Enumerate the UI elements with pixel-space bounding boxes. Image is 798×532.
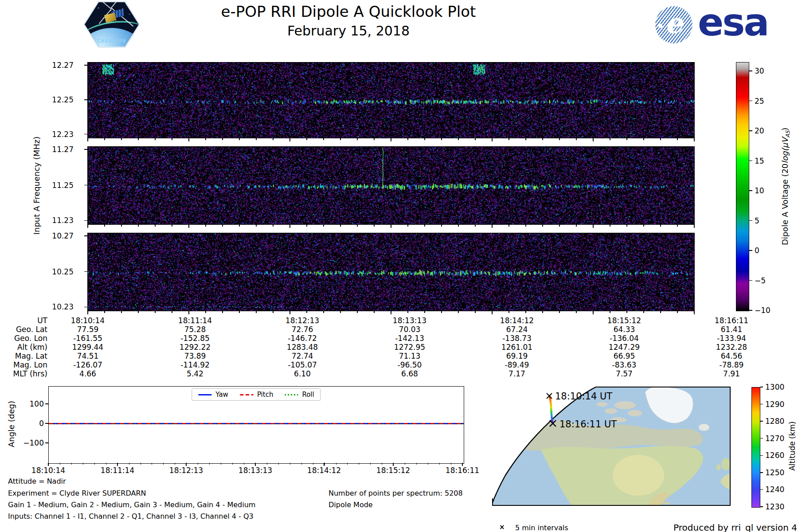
ephemeris-cell: 61.41 bbox=[692, 325, 771, 334]
time-tick bbox=[138, 138, 139, 140]
legend-item-roll: Roll bbox=[285, 391, 314, 399]
time-tick bbox=[306, 225, 307, 227]
ephemeris-row-label: Geo. Lon bbox=[0, 333, 47, 343]
time-tick bbox=[121, 311, 122, 313]
time-tick bbox=[222, 311, 223, 313]
ephemeris-cell: 18:13:13 bbox=[370, 316, 450, 325]
ephemeris-cell: 67.24 bbox=[477, 325, 557, 334]
time-tick bbox=[104, 225, 105, 227]
angle-xtick-label: 18:11:14 bbox=[84, 466, 151, 475]
gains-text: Gain 1 - Medium, Gain 2 - Medium, Gain 3… bbox=[8, 500, 255, 510]
angle-minor-tick bbox=[94, 463, 95, 465]
ephemeris-cell: 18:14:12 bbox=[477, 316, 557, 325]
angle-minor-tick bbox=[325, 463, 325, 465]
angle-minor-tick bbox=[186, 463, 187, 465]
iceland bbox=[699, 424, 709, 431]
legend-line-sample bbox=[240, 394, 253, 395]
time-tick bbox=[525, 225, 526, 227]
freq-tick bbox=[84, 149, 87, 150]
ephemeris-cell: 1261.01 bbox=[477, 342, 557, 352]
time-tick bbox=[458, 138, 459, 140]
angle-minor-tick bbox=[290, 463, 290, 465]
colorbar-tick bbox=[749, 250, 752, 251]
time-tick bbox=[188, 311, 189, 314]
ephemeris-row-label: Mag. Lat bbox=[0, 351, 47, 361]
time-tick bbox=[677, 225, 678, 227]
time-tick bbox=[138, 225, 139, 227]
colorbar-tick bbox=[749, 101, 752, 102]
time-tick bbox=[475, 225, 476, 227]
time-tick bbox=[492, 138, 493, 141]
attitude-text: Attitude = Nadir bbox=[8, 477, 66, 486]
ephemeris-cell: -138.73 bbox=[477, 333, 557, 343]
time-tick bbox=[205, 311, 206, 313]
angle-minor-tick bbox=[359, 463, 359, 465]
time-tick bbox=[643, 225, 644, 227]
angle-minor-tick bbox=[244, 463, 244, 465]
time-tick bbox=[626, 225, 627, 227]
ephemeris-cell: 18:11:14 bbox=[155, 316, 235, 325]
ephemeris-cell: 72.74 bbox=[262, 351, 342, 361]
colorbar-tick bbox=[749, 220, 752, 221]
time-tick bbox=[121, 138, 122, 140]
angle-ytick-label: 100 bbox=[13, 399, 44, 409]
altitude-colorbar-label: Altitude (km) bbox=[788, 386, 797, 506]
time-tick bbox=[306, 138, 307, 140]
time-tick bbox=[155, 311, 156, 313]
altitude-tick-label: 1250 bbox=[765, 468, 784, 477]
angle-minor-tick bbox=[267, 463, 267, 465]
ephemeris-cell: 1292.22 bbox=[155, 342, 235, 352]
time-tick bbox=[492, 225, 493, 228]
time-tick bbox=[205, 225, 206, 227]
altitude-tick bbox=[760, 506, 763, 507]
ephemeris-cell: 6.68 bbox=[370, 369, 450, 379]
ephemeris-cell: 77.59 bbox=[48, 325, 128, 334]
altitude-tick-label: 1230 bbox=[765, 502, 784, 512]
time-tick bbox=[593, 225, 594, 228]
time-tick bbox=[542, 225, 543, 227]
time-tick bbox=[509, 311, 509, 313]
angle-minor-tick bbox=[129, 463, 129, 465]
angle-plot-legend: YawPitchRoll bbox=[192, 388, 321, 401]
time-tick bbox=[407, 311, 408, 313]
altitude-tick bbox=[760, 472, 763, 473]
time-tick bbox=[323, 138, 324, 140]
freq-tick-label: 10.27 bbox=[39, 231, 74, 241]
altitude-tick-label: 1280 bbox=[765, 416, 784, 426]
arctic-island bbox=[614, 401, 636, 409]
time-tick bbox=[188, 138, 189, 141]
arctic-island bbox=[628, 410, 642, 416]
spectrogram-panel-3 bbox=[87, 233, 695, 311]
time-tick bbox=[138, 311, 139, 313]
time-tick bbox=[172, 225, 172, 227]
angle-ytick bbox=[45, 423, 48, 424]
page-title: e-POP RRI Dipole A Quicklook Plot bbox=[82, 3, 614, 20]
colorbar-tick bbox=[749, 310, 752, 311]
freq-tick-label: 11.25 bbox=[39, 180, 74, 190]
time-tick bbox=[576, 311, 577, 313]
ephemeris-cell: 70.03 bbox=[370, 325, 450, 334]
time-tick bbox=[441, 138, 442, 140]
colorbar-tick-label: 5 bbox=[755, 216, 759, 226]
altitude-tick-label: 1290 bbox=[765, 399, 784, 409]
angle-ytick bbox=[45, 403, 48, 404]
esa-globe-icon: e bbox=[655, 6, 692, 43]
angle-minor-tick bbox=[221, 463, 221, 465]
altitude-tick-label: 1260 bbox=[765, 450, 784, 460]
ephemeris-cell: -105.07 bbox=[262, 360, 342, 370]
time-tick bbox=[424, 311, 425, 313]
time-tick bbox=[626, 138, 627, 140]
time-tick bbox=[188, 225, 189, 228]
angle-minor-tick bbox=[198, 463, 198, 465]
ephemeris-row-label: Geo. Lat bbox=[0, 325, 47, 334]
time-tick bbox=[205, 138, 206, 140]
time-tick bbox=[643, 311, 644, 313]
voltage-colorbar bbox=[736, 62, 749, 311]
spectrogram-canvas bbox=[88, 63, 694, 138]
angle-minor-tick bbox=[48, 463, 49, 465]
great-plains bbox=[613, 455, 664, 496]
ephemeris-cell: 4.66 bbox=[48, 369, 128, 379]
time-tick bbox=[289, 225, 290, 228]
angle-minor-tick bbox=[278, 463, 279, 465]
angle-minor-tick bbox=[301, 463, 302, 465]
